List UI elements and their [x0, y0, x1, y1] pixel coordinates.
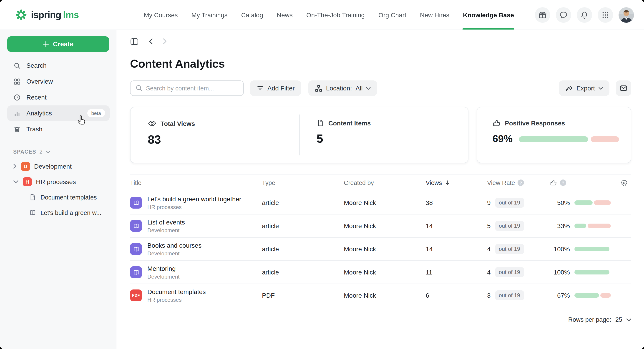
- article-icon: [130, 243, 142, 255]
- beta-badge: beta: [87, 109, 105, 117]
- app-window: ispringlms My Courses My Trainings Catal…: [0, 0, 644, 349]
- thumbs-up-icon: [550, 179, 557, 186]
- document-icon: [29, 194, 36, 201]
- col-type: Type: [262, 179, 344, 186]
- table-row[interactable]: Let's build a green world together HR pr…: [130, 191, 631, 215]
- views-cell: 38: [426, 199, 487, 206]
- created-by-cell: Moore Nick: [344, 292, 426, 299]
- eye-icon: [148, 119, 156, 128]
- ispring-logo[interactable]: ispringlms: [15, 9, 79, 21]
- main-nav: My Courses My Trainings Catalog News On-…: [137, 0, 521, 29]
- view-rate-cell: 3 out of 19: [487, 290, 550, 300]
- table-row[interactable]: List of events Development article Moore…: [130, 215, 631, 238]
- space-child-label: Document templates: [40, 194, 97, 201]
- gift-button[interactable]: [535, 7, 550, 22]
- likes-help-icon[interactable]: ?: [560, 180, 566, 186]
- create-button[interactable]: Create: [7, 36, 109, 52]
- table-settings-button[interactable]: [620, 179, 631, 187]
- apps-button[interactable]: [598, 7, 613, 22]
- view-rate-cell: 4 out of 19: [487, 244, 550, 254]
- view-rate-value: 4: [487, 245, 491, 253]
- view-rate-value: 9: [487, 199, 491, 206]
- overview-grid-icon: [13, 77, 21, 85]
- stat-label: Positive Responses: [505, 119, 565, 127]
- likes-cell: 50%: [550, 199, 620, 206]
- thumbs-up-icon: [492, 119, 501, 127]
- chevron-down-icon[interactable]: [13, 180, 19, 184]
- bar-positive-segment: [519, 136, 588, 142]
- nav-my-trainings[interactable]: My Trainings: [185, 0, 234, 29]
- like-bar: [574, 247, 611, 251]
- space-child-lets-build[interactable]: Let's build a green w...: [0, 205, 116, 220]
- type-cell: article: [262, 199, 344, 206]
- chevron-down-icon: [598, 87, 603, 90]
- notifications-button[interactable]: [577, 7, 592, 22]
- col-views-sort[interactable]: Views: [426, 179, 487, 186]
- nav-on-the-job-training[interactable]: On-The-Job Training: [300, 0, 372, 29]
- back-button[interactable]: [149, 38, 153, 44]
- content-item-title[interactable]: Mentoring: [147, 265, 180, 272]
- content-item-title[interactable]: Books and courses: [147, 242, 202, 249]
- table-row[interactable]: Books and courses Development article Mo…: [130, 238, 631, 261]
- like-percent: 33%: [550, 222, 570, 230]
- spaces-section-header[interactable]: SPACES 2: [0, 149, 109, 155]
- nav-new-hires[interactable]: New Hires: [413, 0, 456, 29]
- page-title: Content Analytics: [130, 57, 631, 70]
- space-child-document-templates[interactable]: Document templates: [0, 190, 116, 205]
- nav-my-courses[interactable]: My Courses: [137, 0, 184, 29]
- search-icon: [13, 61, 21, 69]
- nav-catalog[interactable]: Catalog: [234, 0, 270, 29]
- forward-button[interactable]: [163, 38, 167, 44]
- type-cell: article: [262, 245, 344, 253]
- nav-news[interactable]: News: [270, 0, 300, 29]
- chevron-down-icon: [366, 87, 371, 90]
- filter-row: Add Filter Location: All Export: [130, 80, 631, 96]
- content-items-value: 5: [316, 132, 468, 146]
- add-filter-button[interactable]: Add Filter: [250, 80, 301, 96]
- content-item-title[interactable]: Document templates: [147, 288, 206, 295]
- email-report-button[interactable]: [616, 80, 631, 96]
- likes-cell: 33%: [550, 222, 620, 230]
- user-avatar[interactable]: [618, 7, 634, 22]
- article-icon: [130, 266, 142, 278]
- content-table: Title Type Created by Views View Rate ?: [130, 174, 631, 307]
- chevron-right-icon[interactable]: [13, 164, 17, 169]
- nav-org-chart[interactable]: Org Chart: [372, 0, 413, 29]
- content-search: [130, 80, 244, 96]
- export-button[interactable]: Export: [559, 80, 610, 96]
- view-rate-help-icon[interactable]: ?: [518, 180, 524, 186]
- analytics-bars-icon: [13, 109, 21, 117]
- table-row[interactable]: Mentoring Development article Moore Nick…: [130, 261, 631, 284]
- sidebar-item-label: Search: [26, 62, 46, 69]
- sidebar: Create Search Overview Recent Analytics …: [0, 30, 116, 349]
- sidebar-item-analytics[interactable]: Analytics beta: [7, 105, 110, 121]
- stats-row: Total Views 83 Content Items 5: [130, 107, 631, 163]
- chevron-right-icon: [163, 38, 167, 44]
- content-item-title[interactable]: List of events: [147, 218, 185, 226]
- clock-icon: [13, 93, 21, 101]
- content-item-title[interactable]: Let's build a green world together: [147, 195, 241, 202]
- view-rate-cell: 5 out of 19: [487, 221, 550, 231]
- table-row[interactable]: PDF Document templates HR processes PDF …: [130, 284, 631, 307]
- envelope-icon: [620, 84, 628, 92]
- content-item-space: Development: [147, 227, 185, 233]
- like-bar: [574, 293, 611, 298]
- rows-per-page-control[interactable]: Rows per page: 25: [130, 316, 631, 323]
- view-rate-total-pill: out of 19: [495, 244, 524, 254]
- messages-button[interactable]: [556, 7, 571, 22]
- sidebar-item-trash[interactable]: Trash: [7, 121, 110, 137]
- space-hr-processes[interactable]: H HR processes: [0, 174, 116, 190]
- likes-cell: 100%: [550, 269, 620, 276]
- location-filter-dropdown[interactable]: Location: All: [308, 80, 377, 96]
- content-item-cell: List of events Development: [130, 218, 262, 233]
- sidebar-item-search[interactable]: Search: [7, 58, 110, 73]
- space-development[interactable]: D Development: [0, 159, 116, 174]
- sidebar-item-overview[interactable]: Overview: [7, 74, 110, 89]
- main-content: Content Analytics Add Filter Location: A…: [116, 30, 644, 349]
- search-input[interactable]: [130, 80, 244, 96]
- panel-left-icon: [130, 37, 139, 45]
- sidebar-item-recent[interactable]: Recent: [7, 89, 110, 105]
- nav-knowledge-base[interactable]: Knowledge Base: [456, 0, 521, 29]
- toggle-sidebar-button[interactable]: [130, 37, 139, 45]
- content-item-cell: Books and courses Development: [130, 242, 262, 257]
